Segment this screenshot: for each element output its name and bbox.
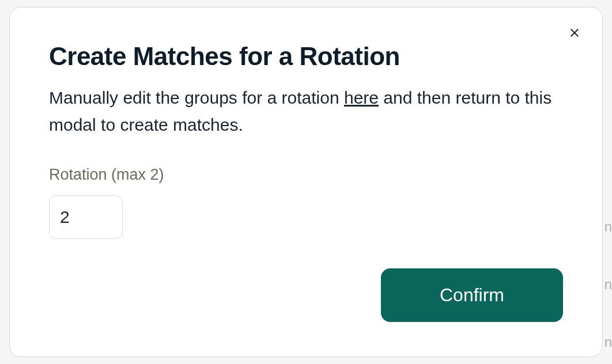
- modal-description: Manually edit the groups for a rotation …: [49, 85, 563, 138]
- create-matches-modal: Create Matches for a Rotation Manually e…: [9, 7, 603, 357]
- description-text-1: Manually edit the groups for a rotation: [49, 88, 344, 107]
- confirm-button[interactable]: Confirm: [381, 268, 563, 322]
- close-icon: [568, 26, 581, 40]
- rotation-input[interactable]: [49, 195, 123, 239]
- rotation-field-label: Rotation (max 2): [49, 166, 563, 184]
- modal-title: Create Matches for a Rotation: [49, 42, 563, 71]
- close-button[interactable]: [565, 24, 584, 42]
- edit-groups-link[interactable]: here: [344, 88, 379, 107]
